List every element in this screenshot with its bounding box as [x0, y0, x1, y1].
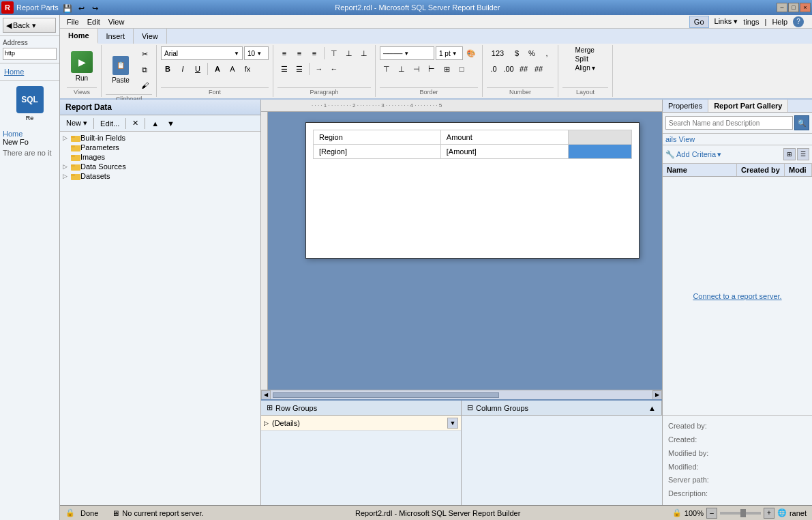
decimal-increase-button[interactable]: .0 [487, 62, 500, 76]
merge-button[interactable]: Merge [575, 46, 594, 54]
scroll-right-btn[interactable]: ▶ [652, 390, 662, 400]
tree-item-builtin-fields[interactable]: ▷ Built-in Fields [61, 133, 259, 143]
minimize-button[interactable]: – [777, 3, 787, 12]
border-all-button[interactable]: ⊞ [440, 62, 453, 76]
run-button[interactable]: ▶ Run [67, 47, 97, 85]
border-none-button[interactable]: □ [455, 62, 468, 76]
border-size-dropdown[interactable]: 1 pt ▼ [436, 46, 463, 60]
font-family-dropdown[interactable]: Arial ▼ [161, 46, 243, 60]
help-button[interactable]: ? [793, 16, 804, 27]
align-middle-button[interactable]: ⊥ [342, 46, 356, 60]
row-expander[interactable]: ▷ [264, 420, 272, 427]
menu-edit[interactable]: Edit [83, 16, 104, 27]
tree-item-images[interactable]: Images [61, 152, 259, 162]
italic-button[interactable]: I [176, 62, 190, 76]
align-bottom-button[interactable]: ⊥ [357, 46, 371, 60]
zoom-slider[interactable] [720, 512, 761, 515]
currency-button[interactable]: $ [510, 46, 524, 60]
grid-view-btn[interactable]: ⊞ [783, 148, 796, 160]
new-button[interactable]: New ▾ [63, 117, 91, 130]
list-view-btn[interactable]: ☰ [797, 148, 809, 160]
connect-server-link[interactable]: Connect to a report server. [693, 292, 781, 300]
add-criteria-button[interactable]: 🔧 Add Criteria ▾ [665, 150, 721, 159]
groups-row-details[interactable]: ▷ (Details) ▼ [261, 416, 461, 431]
number-misc-button[interactable]: ## [517, 62, 530, 76]
move-up-button[interactable]: ▲ [148, 117, 162, 130]
settings-link[interactable]: tings [743, 18, 759, 26]
cell-region[interactable]: [Region] [314, 145, 441, 159]
align-left-button[interactable]: ≡ [277, 46, 291, 60]
redo-button[interactable]: ↪ [89, 2, 101, 14]
canvas-scroll-area[interactable]: Region Amount [Region] [268, 112, 662, 390]
menu-view[interactable]: View [104, 16, 129, 27]
comma-button[interactable]: , [540, 46, 554, 60]
maximize-button[interactable]: □ [788, 3, 799, 12]
save-button[interactable]: 💾 [61, 2, 74, 14]
back-button[interactable]: ◀Back ▾ [3, 18, 56, 33]
border-style-dropdown[interactable]: ──── ▼ [380, 46, 434, 60]
undo-button[interactable]: ↩ [75, 2, 87, 14]
tree-item-datasets[interactable]: ▷ Datasets [61, 171, 259, 181]
zoom-out-button[interactable]: – [706, 508, 717, 519]
help-link[interactable]: Help [772, 18, 787, 26]
search-input[interactable] [665, 116, 793, 130]
indent-button[interactable]: → [312, 62, 326, 76]
bullet-list-button[interactable]: ☰ [277, 62, 291, 76]
new-folder-item[interactable]: New Fo [3, 138, 57, 146]
bold-button[interactable]: B [161, 62, 175, 76]
align-dropdown[interactable]: Align ▾ [575, 64, 595, 72]
align-center-button[interactable]: ≡ [292, 46, 306, 60]
zoom-in-button[interactable]: + [764, 508, 775, 519]
border-left-button[interactable]: ⊣ [410, 62, 423, 76]
tab-report-part-gallery[interactable]: Report Part Gallery [708, 100, 788, 112]
scroll-left-btn[interactable]: ◀ [261, 390, 271, 400]
font-size-dropdown[interactable]: 10 ▼ [244, 46, 269, 60]
border-top-button[interactable]: ⊤ [380, 62, 393, 76]
number-list-button[interactable]: ☰ [292, 62, 306, 76]
align-top-button[interactable]: ⊤ [327, 46, 341, 60]
font-color-button[interactable]: A [211, 62, 224, 76]
format-painter-button[interactable]: 🖌 [137, 78, 152, 93]
go-button[interactable]: Go [689, 16, 709, 28]
tree-item-parameters[interactable]: Parameters [61, 143, 259, 152]
move-down-button[interactable]: ▼ [164, 117, 178, 130]
copy-button[interactable]: ⧉ [137, 62, 152, 77]
cell-color[interactable] [568, 145, 631, 159]
tab-insert[interactable]: Insert [98, 29, 134, 44]
tab-home[interactable]: Home [60, 29, 98, 44]
scrollbar-track[interactable] [273, 392, 650, 398]
border-bottom-button[interactable]: ⊥ [395, 62, 408, 76]
outdent-button[interactable]: ← [327, 62, 341, 76]
groups-expand-btn[interactable]: ▲ [648, 404, 656, 412]
horizontal-scrollbar[interactable]: ◀ ▶ [261, 390, 662, 399]
number-misc2-button[interactable]: ## [532, 62, 545, 76]
home-breadcrumb[interactable]: Home [3, 130, 57, 138]
highlight-button[interactable]: A [226, 62, 239, 76]
links-btn[interactable]: Links ▾ [715, 17, 738, 26]
scrollbar-thumb[interactable] [273, 392, 499, 398]
cut-button[interactable]: ✂ [137, 46, 152, 61]
menu-file[interactable]: File [63, 16, 83, 27]
cell-amount[interactable]: [Amount] [440, 145, 568, 159]
border-color-button[interactable]: 🎨 [464, 46, 478, 60]
tab-view[interactable]: View [134, 29, 167, 44]
tree-item-data-sources[interactable]: ▷ Data Sources [61, 162, 259, 171]
align-right-button[interactable]: ≡ [307, 46, 321, 60]
border-right-button[interactable]: ⊢ [425, 62, 438, 76]
groups-row-dropdown[interactable]: ▼ [447, 418, 458, 429]
tab-properties[interactable]: Properties [663, 100, 708, 112]
split-button[interactable]: Split [575, 55, 588, 63]
paste-button[interactable]: 📋 Paste [106, 50, 136, 89]
percent-button[interactable]: % [525, 46, 539, 60]
nav-home[interactable]: Home [3, 66, 57, 77]
expander-datasources[interactable]: ▷ [63, 163, 71, 170]
edit-button[interactable]: Edit... [97, 117, 123, 130]
close-button[interactable]: × [800, 3, 811, 12]
underline-button[interactable]: U [191, 62, 205, 76]
decimal-decrease-button[interactable]: .00 [502, 62, 515, 76]
expander-datasets[interactable]: ▷ [63, 173, 71, 179]
delete-button[interactable]: ✕ [129, 117, 142, 130]
zoom-thumb[interactable] [740, 509, 746, 517]
expander-builtin[interactable]: ▷ [63, 134, 71, 141]
search-button[interactable]: 🔍 [794, 115, 809, 130]
